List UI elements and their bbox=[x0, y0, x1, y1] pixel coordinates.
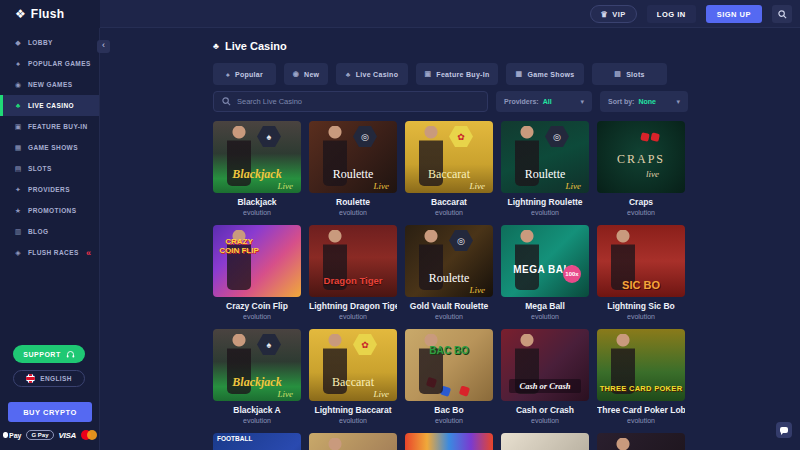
game-thumbnail[interactable]: CRAPSlive bbox=[597, 121, 685, 193]
filter-live-casino[interactable]: ♣Live Casino bbox=[336, 63, 408, 85]
sidebar-item-new-games[interactable]: ◉NEW GAMES bbox=[0, 74, 99, 95]
game-thumbnail[interactable]: THREE CARD POKER bbox=[597, 329, 685, 401]
game-card[interactable]: Dragon Tiger Lightning Dragon Tiger evol… bbox=[309, 225, 397, 320]
game-thumbnail[interactable]: SIC BO bbox=[597, 225, 685, 297]
game-thumbnail[interactable]: BAC BO bbox=[405, 329, 493, 401]
feature-buy-in-icon: ▣ bbox=[14, 123, 22, 131]
game-card[interactable]: SIC BO Lightning Sic Bo evolution bbox=[597, 225, 685, 320]
buy-crypto-button[interactable]: BUY CRYPTO bbox=[8, 402, 92, 422]
sidebar-item-flush-races[interactable]: ◈FLUSH RACES« bbox=[0, 242, 99, 263]
sort-dropdown[interactable]: Sort by: None ▾ bbox=[600, 91, 688, 112]
game-thumbnail[interactable] bbox=[405, 433, 493, 450]
providers-dropdown[interactable]: Providers: All ▾ bbox=[496, 91, 592, 112]
game-card[interactable]: MEGA BALL100x Mega Ball evolution bbox=[501, 225, 589, 320]
filter-slots[interactable]: ▤Slots bbox=[592, 63, 667, 85]
game-card[interactable]: ♠BlackjackLive Blackjack evolution bbox=[213, 121, 301, 216]
logo[interactable]: ❖ Flush bbox=[0, 0, 100, 28]
search-bar[interactable] bbox=[213, 91, 488, 112]
game-thumbnail[interactable] bbox=[309, 433, 397, 450]
filter-popular[interactable]: ♠Popular bbox=[213, 63, 276, 85]
thumb-sub: Live bbox=[374, 389, 390, 399]
filter-new[interactable]: ◉New bbox=[284, 63, 328, 85]
game-card-partial[interactable] bbox=[405, 433, 493, 450]
support-button[interactable]: SUPPORT bbox=[13, 345, 85, 363]
game-thumbnail[interactable]: Dragon Tiger bbox=[309, 225, 397, 297]
language-selector[interactable]: ENGLISH bbox=[13, 370, 85, 387]
sidebar-item-popular-games[interactable]: ♠POPULAR GAMES bbox=[0, 53, 99, 74]
game-thumbnail[interactable]: ✿BaccaratLive bbox=[405, 121, 493, 193]
game-thumbnail[interactable] bbox=[501, 433, 589, 450]
game-thumbnail[interactable]: MEGA BALL100x bbox=[501, 225, 589, 297]
sidebar-item-label: FLUSH RACES bbox=[28, 249, 79, 256]
providers-label: Providers: bbox=[504, 98, 539, 105]
filter-game-shows[interactable]: ▦Game Shows bbox=[506, 63, 584, 85]
signup-button[interactable]: SIGN UP bbox=[706, 5, 762, 23]
chevron-down-icon: ▾ bbox=[676, 98, 680, 106]
google-pay-icon: G Pay bbox=[26, 430, 53, 440]
game-thumbnail[interactable]: ♠BlackjackLive bbox=[213, 121, 301, 193]
game-thumbnail[interactable]: CRAZY COIN FLIP bbox=[213, 225, 301, 297]
game-thumbnail[interactable]: ◎RouletteLive bbox=[501, 121, 589, 193]
game-thumbnail[interactable]: ◎RouletteLive bbox=[309, 121, 397, 193]
sidebar-item-providers[interactable]: ✦PROVIDERS bbox=[0, 179, 99, 200]
sidebar-item-feature-buy-in[interactable]: ▣FEATURE BUY-IN bbox=[0, 116, 99, 137]
game-card[interactable]: CRAPSlive Craps evolution bbox=[597, 121, 685, 216]
filter-label: Slots bbox=[626, 71, 645, 78]
game-title: Blackjack bbox=[213, 197, 301, 207]
game-card-partial[interactable] bbox=[501, 433, 589, 450]
game-card-partial[interactable] bbox=[309, 433, 397, 450]
game-badge-icon: ♠ bbox=[257, 126, 281, 147]
search-input[interactable] bbox=[237, 97, 479, 106]
game-card[interactable]: ◎RouletteLive Roulette evolution bbox=[309, 121, 397, 216]
sort-label: Sort by: bbox=[608, 98, 634, 105]
slots-icon: ▤ bbox=[14, 165, 22, 173]
game-badge-icon: ♠ bbox=[257, 334, 281, 355]
category-filters: ♠Popular ◉New ♣Live Casino ▣Feature Buy-… bbox=[213, 63, 667, 85]
vip-label: VIP bbox=[612, 10, 626, 19]
sidebar-item-live-casino[interactable]: ♣LIVE CASINO bbox=[0, 95, 99, 116]
thumb-label: Baccarat bbox=[309, 375, 397, 390]
game-thumbnail[interactable]: FOOTBALL bbox=[213, 433, 301, 450]
sidebar-item-blog[interactable]: ▥BLOG bbox=[0, 221, 99, 242]
game-card[interactable]: ◎RouletteLive Gold Vault Roulette evolut… bbox=[405, 225, 493, 320]
thumb-label: FOOTBALL bbox=[217, 435, 301, 442]
providers-value: All bbox=[543, 98, 552, 105]
game-provider: evolution bbox=[597, 313, 685, 320]
sidebar-item-lobby[interactable]: ◆LOBBY bbox=[0, 32, 99, 53]
game-card[interactable]: ◎RouletteLive Lightning Roulette evoluti… bbox=[501, 121, 589, 216]
search-icon-button[interactable] bbox=[772, 5, 792, 23]
game-card[interactable]: ♠BlackjackLive Blackjack A evolution bbox=[213, 329, 301, 424]
filter-feature-buy-in[interactable]: ▣Feature Buy-In bbox=[416, 63, 498, 85]
blog-icon: ▥ bbox=[14, 228, 22, 236]
game-card[interactable]: ✿BaccaratLive Baccarat evolution bbox=[405, 121, 493, 216]
game-thumbnail[interactable]: ♠BlackjackLive bbox=[213, 329, 301, 401]
game-thumbnail[interactable] bbox=[597, 433, 685, 450]
game-badge-icon: ✿ bbox=[449, 126, 473, 147]
filter-label: Game Shows bbox=[527, 71, 574, 78]
game-card[interactable]: ✿BaccaratLive Lightning Baccarat evoluti… bbox=[309, 329, 397, 424]
sidebar-item-game-shows[interactable]: ▦GAME SHOWS bbox=[0, 137, 99, 158]
sidebar-collapse-button[interactable]: ‹ bbox=[97, 40, 110, 53]
lobby-icon: ◆ bbox=[14, 39, 22, 47]
game-card[interactable]: THREE CARD POKER Three Card Poker Lobby … bbox=[597, 329, 685, 424]
game-thumbnail[interactable]: ✿BaccaratLive bbox=[309, 329, 397, 401]
login-button[interactable]: LOG IN bbox=[647, 5, 696, 23]
thumb-sub: Live bbox=[470, 181, 486, 191]
visa-icon: VISA bbox=[59, 431, 76, 440]
game-card-partial[interactable] bbox=[597, 433, 685, 450]
game-card[interactable]: Cash or Crash Cash or Crash evolution bbox=[501, 329, 589, 424]
race-car-icon: « bbox=[86, 248, 91, 258]
sidebar-item-promotions[interactable]: ★PROMOTIONS bbox=[0, 200, 99, 221]
vip-button[interactable]: ♛ VIP bbox=[590, 5, 637, 23]
game-provider: evolution bbox=[309, 209, 397, 216]
live-casino-title-icon: ♣ bbox=[213, 41, 219, 51]
game-card-partial[interactable]: FOOTBALL bbox=[213, 433, 301, 450]
sidebar-item-label: GAME SHOWS bbox=[28, 144, 78, 151]
game-thumbnail[interactable]: Cash or Crash bbox=[501, 329, 589, 401]
sidebar-item-slots[interactable]: ▤SLOTS bbox=[0, 158, 99, 179]
game-title: Lightning Roulette bbox=[501, 197, 589, 207]
chat-widget-button[interactable] bbox=[776, 422, 792, 438]
game-thumbnail[interactable]: ◎RouletteLive bbox=[405, 225, 493, 297]
game-card[interactable]: BAC BO Bac Bo evolution bbox=[405, 329, 493, 424]
game-card[interactable]: CRAZY COIN FLIP Crazy Coin Flip evolutio… bbox=[213, 225, 301, 320]
